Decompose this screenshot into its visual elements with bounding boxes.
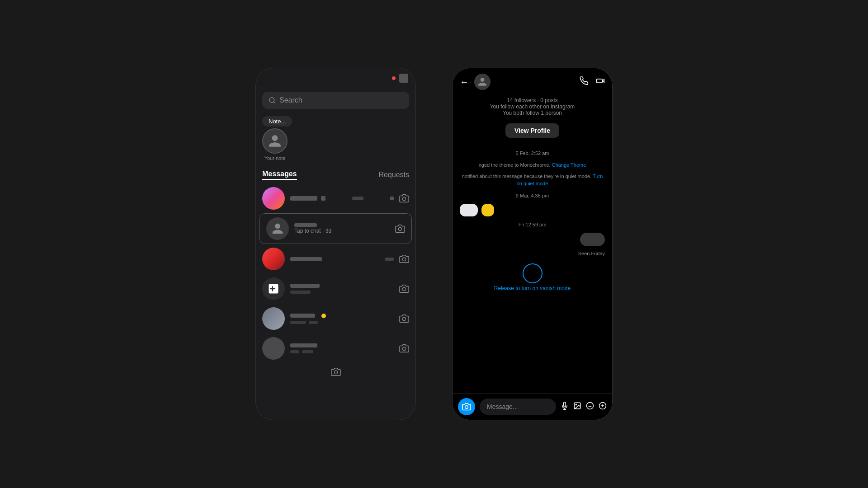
message-item-6[interactable] xyxy=(256,333,415,363)
notes-section: Note... Your note xyxy=(256,113,415,164)
svg-point-6 xyxy=(402,347,406,350)
plus-icon[interactable] xyxy=(599,402,607,412)
message-item-5[interactable] xyxy=(256,304,415,333)
contact-avatar-1 xyxy=(262,187,285,210)
contact-avatar-2 xyxy=(266,217,289,240)
svg-point-14 xyxy=(587,402,594,409)
message-info-1 xyxy=(290,196,394,201)
sticker-icon xyxy=(586,402,594,410)
msg-preview-6a xyxy=(290,350,299,353)
left-phone-top-bar xyxy=(256,68,415,88)
received-message-row-1 xyxy=(460,204,605,216)
cross-icon xyxy=(267,282,280,295)
contact-name-5 xyxy=(290,314,315,318)
search-bar[interactable]: Search xyxy=(262,92,409,109)
messages-header: Messages Requests xyxy=(256,164,415,182)
note-button[interactable]: Note... xyxy=(262,116,292,127)
vanish-mode-text: Release to turn on vanish mode xyxy=(494,285,571,291)
message-item[interactable] xyxy=(256,183,415,213)
sent-bubble-1 xyxy=(580,233,605,246)
message-input[interactable]: Message... xyxy=(480,399,556,415)
notification-dot xyxy=(392,76,396,80)
emoji-icon[interactable] xyxy=(586,402,594,412)
top-icon-1 xyxy=(399,74,408,83)
avatar-person-icon xyxy=(271,222,284,235)
follow-mutual-text: You follow each other on Instagram xyxy=(460,103,605,110)
avatar-icon xyxy=(268,134,282,148)
msg-preview-dot-1 xyxy=(321,196,326,201)
image-icon[interactable] xyxy=(573,402,581,412)
received-bubble-yellow xyxy=(481,204,494,216)
contact-name-6 xyxy=(290,343,317,347)
seen-label: Seen Friday xyxy=(460,251,605,256)
sent-message-row-1 xyxy=(460,233,605,246)
your-note-label: Your note xyxy=(264,155,286,161)
timestamp-3: Fri 12:59 pm xyxy=(460,220,605,229)
back-button[interactable]: ← xyxy=(460,77,469,87)
add-icon xyxy=(599,402,607,410)
camera-icon-5 xyxy=(399,314,409,324)
contact-name-1 xyxy=(290,196,317,201)
requests-tab[interactable]: Requests xyxy=(378,171,409,179)
contact-name-4 xyxy=(290,284,320,288)
timestamp-1: 5 Feb, 2:52 am xyxy=(460,149,605,158)
contact-avatar-5 xyxy=(262,307,285,330)
svg-point-13 xyxy=(576,404,576,405)
message-info-6 xyxy=(290,343,394,353)
gallery-icon xyxy=(573,402,581,410)
video-icon[interactable] xyxy=(596,76,605,88)
phone-icon[interactable] xyxy=(580,76,589,88)
phone-call-icon xyxy=(580,76,589,85)
mutual-followers-text: You both follow 1 person xyxy=(460,110,605,116)
search-placeholder: Search xyxy=(279,96,302,104)
svg-point-7 xyxy=(334,371,337,374)
contact-avatar-4 xyxy=(262,277,285,300)
timestamp-2: 9 Mar, 4:36 pm xyxy=(460,191,605,200)
message-info-3 xyxy=(290,257,394,261)
camera-icon-6 xyxy=(399,343,409,353)
svg-point-4 xyxy=(402,287,406,291)
contact-avatar-3 xyxy=(262,248,285,270)
svg-point-3 xyxy=(402,258,406,261)
message-list: Tap to chat · 3d xyxy=(256,182,415,420)
microphone-icon xyxy=(561,402,569,410)
message-item-4[interactable] xyxy=(256,274,415,304)
chat-input-bar: Message... xyxy=(453,393,612,420)
message-item-3[interactable] xyxy=(256,244,415,274)
mic-icon[interactable] xyxy=(561,402,569,412)
svg-point-5 xyxy=(402,317,406,320)
contact-name-2 xyxy=(294,223,317,227)
input-icon-group xyxy=(561,402,607,412)
unread-indicator-1 xyxy=(390,197,394,200)
your-note-avatar xyxy=(262,128,288,154)
camera-btn-icon xyxy=(462,402,471,411)
svg-point-1 xyxy=(402,197,406,200)
chat-messages: 5 Feb, 2:52 am nged the theme to Monochr… xyxy=(453,145,612,393)
vanish-mode-section: Release to turn on vanish mode xyxy=(460,260,605,295)
followers-text: 14 followers · 0 posts xyxy=(460,97,605,103)
theme-change-message: nged the theme to Monochrome. Change The… xyxy=(460,161,605,169)
right-phone: ← 14 followers · 0 posts You follow each… xyxy=(452,68,613,420)
camera-icon-4 xyxy=(399,284,409,294)
msg-time-3 xyxy=(385,258,394,261)
camera-icon-1 xyxy=(399,193,409,203)
message-info-5 xyxy=(290,314,394,324)
your-note-container: Your note xyxy=(262,128,288,161)
change-theme-link[interactable]: Change Theme xyxy=(552,162,586,168)
msg-time-1 xyxy=(352,197,363,200)
svg-point-0 xyxy=(269,98,274,103)
chat-profile-info: 14 followers · 0 posts You follow each o… xyxy=(453,94,612,145)
messages-tab[interactable]: Messages xyxy=(262,170,297,180)
svg-rect-8 xyxy=(597,79,603,82)
quiet-mode-message: notified about this message because they… xyxy=(460,173,605,188)
chat-contact-avatar xyxy=(474,74,491,90)
view-profile-button[interactable]: View Profile xyxy=(505,123,559,138)
contact-avatar-6 xyxy=(262,337,285,360)
camera-icon-3 xyxy=(399,254,409,264)
chat-header-icons xyxy=(580,76,605,88)
message-item-active[interactable]: Tap to chat · 3d xyxy=(259,213,412,244)
svg-point-9 xyxy=(465,406,468,409)
theme-text: nged the theme to Monochrome. xyxy=(479,162,551,168)
video-call-icon xyxy=(596,76,605,85)
camera-capture-button[interactable] xyxy=(458,398,475,415)
